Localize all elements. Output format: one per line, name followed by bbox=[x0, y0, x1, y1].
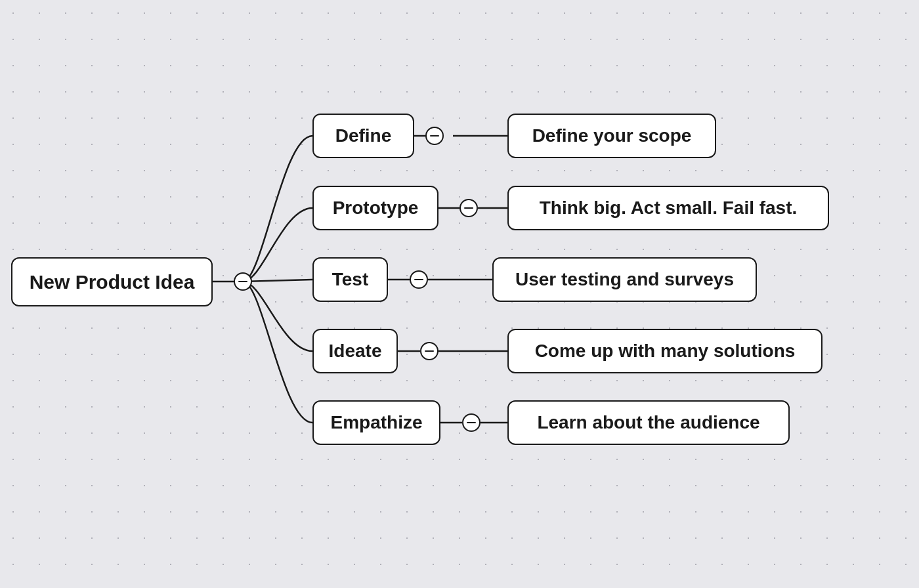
prototype-label: Prototype bbox=[333, 198, 419, 219]
define-label: Define bbox=[335, 125, 392, 146]
prototype-desc-node[interactable]: Think big. Act small. Fail fast. bbox=[507, 186, 829, 230]
prototype-node[interactable]: Prototype bbox=[312, 186, 438, 230]
ideate-node[interactable]: Ideate bbox=[312, 329, 398, 373]
prototype-connector bbox=[460, 199, 478, 217]
define-desc-label: Define your scope bbox=[532, 125, 692, 146]
ideate-label: Ideate bbox=[329, 341, 382, 362]
empathize-desc-node[interactable]: Learn about the audience bbox=[507, 400, 790, 445]
test-node[interactable]: Test bbox=[312, 257, 388, 302]
test-desc-label: User testing and surveys bbox=[515, 269, 734, 290]
empathize-label: Empathize bbox=[330, 412, 422, 433]
ideate-desc-label: Come up with many solutions bbox=[535, 341, 796, 362]
empathize-desc-label: Learn about the audience bbox=[537, 412, 759, 433]
root-hub-circle bbox=[234, 272, 252, 291]
root-label: New Product Idea bbox=[30, 271, 195, 293]
ideate-desc-node[interactable]: Come up with many solutions bbox=[507, 329, 823, 373]
test-connector bbox=[410, 270, 428, 289]
empathize-connector bbox=[462, 413, 481, 432]
test-label: Test bbox=[332, 269, 369, 290]
test-desc-node[interactable]: User testing and surveys bbox=[492, 257, 757, 302]
root-node[interactable]: New Product Idea bbox=[11, 257, 213, 306]
define-node[interactable]: Define bbox=[312, 114, 414, 158]
define-desc-node[interactable]: Define your scope bbox=[507, 114, 716, 158]
define-connector bbox=[425, 127, 444, 145]
prototype-desc-label: Think big. Act small. Fail fast. bbox=[540, 198, 798, 219]
empathize-node[interactable]: Empathize bbox=[312, 400, 440, 445]
ideate-connector bbox=[420, 342, 438, 360]
svg-line-1 bbox=[243, 280, 312, 282]
